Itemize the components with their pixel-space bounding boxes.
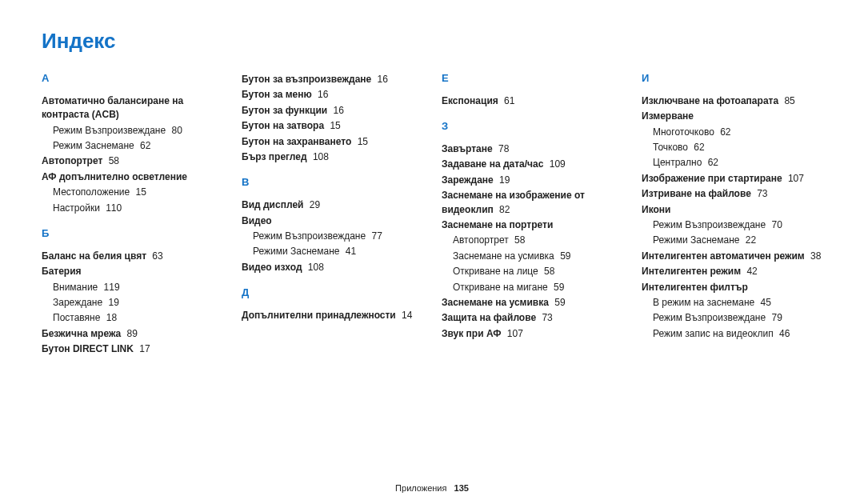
index-entry[interactable]: Батерия <box>42 265 222 278</box>
index-entry[interactable]: Интелигентен автоматичен режим 38 <box>642 250 822 263</box>
index-subentry-text: Откриване на мигане <box>453 282 548 293</box>
index-entry[interactable]: Бърз преглед 108 <box>242 150 422 164</box>
index-entry-text: Изтриване на файлове <box>642 188 751 199</box>
index-subentry[interactable]: Режим Възпроизвеждане 70 <box>653 218 822 232</box>
index-column: ИИзключване на фотоапарата 85ИзмерванеМн… <box>642 71 822 357</box>
index-entry[interactable]: Видео изход 108 <box>242 261 422 274</box>
index-subentry[interactable]: Режим Възпроизвеждане 77 <box>253 230 422 243</box>
index-subentry-text: Внимание <box>53 282 98 293</box>
index-subentry[interactable]: Автопортрет 58 <box>453 234 622 247</box>
index-entry-text: Интелигентен режим <box>642 266 741 277</box>
index-entry[interactable]: Вид дисплей 29 <box>242 198 422 212</box>
index-entry-text: Автоматично балансиране на контраста (AC… <box>42 95 183 120</box>
index-entry[interactable]: Автоматично балансиране на контраста (AC… <box>42 94 222 122</box>
index-subentry-text: Режим запис на видеоклип <box>653 328 774 339</box>
index-subentry-text: Зареждане <box>53 297 102 308</box>
index-entry-page: 63 <box>150 250 163 262</box>
index-subentry-page: 15 <box>133 186 146 198</box>
index-entry-page: 42 <box>744 266 758 277</box>
index-entry-page: 38 <box>808 250 822 262</box>
index-subentry[interactable]: Режими Заснемане 41 <box>253 245 422 258</box>
index-entry-text: Изключване на фотоапарата <box>642 95 778 106</box>
index-subentry-text: Режим Заснемане <box>53 140 134 151</box>
index-entry-text: Бутон за меню <box>242 89 312 100</box>
index-entry[interactable]: Икони <box>642 203 822 217</box>
index-subentry[interactable]: Режим запис на видеоклип 46 <box>653 327 822 341</box>
index-subentry[interactable]: Местоположение 15 <box>53 186 222 199</box>
index-entry-text: Измерване <box>642 110 694 122</box>
index-entry-page: 17 <box>137 343 150 354</box>
index-subentry-text: Режим Възпроизвеждане <box>653 219 766 230</box>
index-entry[interactable]: Бутон DIRECT LINK 17 <box>42 342 222 356</box>
index-subentry[interactable]: Режим Възпроизвеждане 79 <box>653 311 822 325</box>
index-letter: В <box>242 175 422 190</box>
index-entry[interactable]: Звук при АФ 107 <box>442 327 622 341</box>
index-subentry[interactable]: Режим Възпроизвеждане 80 <box>53 124 222 138</box>
index-entry[interactable]: Бутон на затвора 15 <box>242 119 422 133</box>
index-subentry-page: 80 <box>169 125 182 136</box>
index-subentry[interactable]: Откриване на лице 58 <box>453 265 622 278</box>
index-subentry-page: 41 <box>342 246 356 257</box>
index-entry[interactable]: Допълнителни принадлежности 14 <box>242 309 422 322</box>
index-entry[interactable]: Задаване на дата/час 109 <box>442 158 622 171</box>
index-entry[interactable]: Интелигентен филтър <box>642 281 822 294</box>
index-subentry-text: Поставяне <box>53 312 100 323</box>
index-letter: Д <box>242 286 422 301</box>
index-entry[interactable]: Бутон за меню 16 <box>242 88 422 102</box>
index-subentry[interactable]: Централно 62 <box>653 156 822 170</box>
index-entry[interactable]: Измерване <box>642 110 822 123</box>
index-subentry[interactable]: Режим Заснемане 62 <box>53 139 222 153</box>
index-entry[interactable]: Завъртане 78 <box>442 142 622 156</box>
index-subentry-page: 59 <box>551 282 565 293</box>
index-entry-text: Интелигентен филтър <box>642 282 748 293</box>
index-entry[interactable]: Изтриване на файлове 73 <box>642 187 822 201</box>
index-entry[interactable]: Баланс на белия цвят 63 <box>42 250 222 263</box>
index-entry[interactable]: АФ допълнително осветление <box>42 170 222 184</box>
index-entry[interactable]: Безжична мрежа 89 <box>42 327 222 341</box>
index-entry-text: Вид дисплей <box>242 199 303 210</box>
index-entry-page: 89 <box>124 328 138 339</box>
index-entry[interactable]: Изключване на фотоапарата 85 <box>642 94 822 108</box>
index-entry[interactable]: Бутон на захранването 15 <box>242 135 422 149</box>
index-letter: А <box>42 71 222 86</box>
index-entry[interactable]: Експонация 61 <box>442 94 622 108</box>
index-entry[interactable]: Заснемане на изображение от видеоклип 82 <box>442 189 622 217</box>
index-subentry[interactable]: Зареждане 19 <box>53 296 222 310</box>
index-entry-text: Бърз преглед <box>242 151 307 162</box>
index-subentry[interactable]: Настройки 110 <box>53 202 222 215</box>
index-entry[interactable]: Изображение при стартиране 107 <box>642 172 822 186</box>
index-entry[interactable]: Бутон за функции 16 <box>242 104 422 118</box>
index-entry[interactable]: Защита на файлове 73 <box>442 311 622 325</box>
index-subentry[interactable]: Режими Заснемане 22 <box>653 234 822 247</box>
index-subentry-text: Откриване на лице <box>453 266 538 277</box>
index-subentry[interactable]: Многоточково 62 <box>653 126 822 139</box>
index-subentry-text: Режим Възпроизвеждане <box>53 125 166 136</box>
index-subentry[interactable]: Внимание 119 <box>53 281 222 294</box>
index-entry[interactable]: Зареждане 19 <box>442 174 622 187</box>
index-subentry-page: 19 <box>106 297 119 308</box>
index-entry-page: 73 <box>539 312 553 323</box>
index-subentry-page: 62 <box>705 157 718 168</box>
index-entry-text: Интелигентен автоматичен режим <box>642 250 805 262</box>
index-subentry-text: Режим Възпроизвеждане <box>653 312 766 323</box>
index-entry[interactable]: Заснемане на портрети <box>442 218 622 232</box>
index-entry-text: АФ допълнително осветление <box>42 171 187 182</box>
index-subentry[interactable]: Заснемане на усмивка 59 <box>453 250 622 263</box>
index-entry-text: Баланс на белия цвят <box>42 250 146 262</box>
index-entry[interactable]: Бутон за възпроизвеждане 16 <box>242 73 422 86</box>
index-entry[interactable]: Интелигентен режим 42 <box>642 265 822 278</box>
index-entry[interactable]: Заснемане на усмивка 59 <box>442 296 622 310</box>
index-letter: Б <box>42 226 222 242</box>
index-subentry[interactable]: Поставяне 18 <box>53 311 222 325</box>
index-entry[interactable]: Видео <box>242 214 422 228</box>
index-entry[interactable]: Автопортрет 58 <box>42 154 222 168</box>
index-entry-text: Бутон на захранването <box>242 136 351 147</box>
index-subentry-page: 70 <box>769 219 782 230</box>
index-columns: ААвтоматично балансиране на контраста (A… <box>42 71 822 357</box>
index-subentry-text: Местоположение <box>53 186 130 198</box>
index-subentry[interactable]: В режим на заснемане 45 <box>653 296 822 310</box>
index-subentry[interactable]: Точково 62 <box>653 141 822 154</box>
index-subentry-page: 22 <box>742 234 756 246</box>
index-subentry[interactable]: Откриване на мигане 59 <box>453 281 622 294</box>
index-subentry-text: Заснемане на усмивка <box>453 250 554 262</box>
